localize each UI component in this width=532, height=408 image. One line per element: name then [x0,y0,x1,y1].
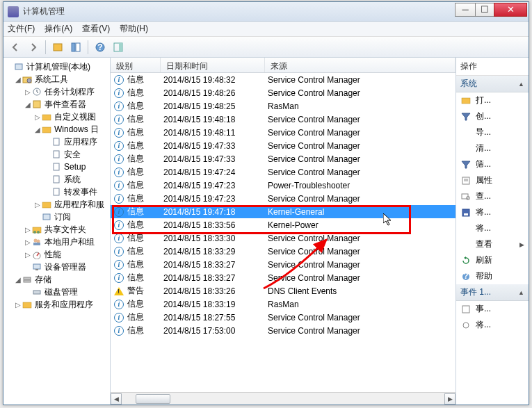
event-row[interactable]: i信息2014/8/15 19:48:11Service Control Man… [111,126,456,139]
cell-datetime: 2014/8/15 18:27:55 [163,313,268,323]
folder-open-icon [460,96,471,106]
tree-shared[interactable]: ▷共享文件夹 [5,223,108,236]
col-source[interactable]: 来源 [265,58,456,72]
tree-windowslog[interactable]: ◢Windows 日 [5,123,108,136]
tree-systools[interactable]: ◢系统工具 [5,73,108,85]
svg-rect-41 [464,213,468,215]
cell-source: Power-Troubleshooter [268,181,456,190]
event-row[interactable]: i信息2014/8/15 19:47:18Kernel-General [111,205,456,218]
tree-setup[interactable]: Setup [5,161,108,173]
maximize-button[interactable]: ☐ [475,3,494,17]
scroll-left-button[interactable]: ◀ [111,393,122,405]
menu-file[interactable]: 文件(F) [8,23,35,35]
tree-appserv[interactable]: ▷应用程序和服 [5,198,108,211]
event-row[interactable]: i信息2014/8/15 19:47:33Service Control Man… [111,139,456,152]
scroll-thumb[interactable] [136,394,170,404]
help-button[interactable]: ? [92,40,108,55]
properties-button[interactable] [50,40,65,55]
svg-rect-20 [43,214,50,220]
tree-devmgr[interactable]: 设备管理器 [5,261,108,273]
tree-scheduler[interactable]: ▷任务计划程序 [5,85,108,98]
action-refresh[interactable]: 刷新 [456,252,529,268]
minimize-button[interactable]: ─ [455,3,476,17]
actions-section-system[interactable]: 系统▲ [456,76,529,92]
event-row[interactable]: i信息2014/8/15 18:33:19RasMan [111,297,456,311]
action-properties[interactable]: 属性 [456,172,529,188]
event-row[interactable]: i信息2014/8/15 19:48:26Service Control Man… [111,86,456,99]
cell-source: Service Control Manager [268,168,456,177]
svg-rect-6 [119,43,122,51]
event-row[interactable]: i信息2014/8/15 19:48:25RasMan [111,99,456,113]
action-create[interactable]: 创... [456,108,529,124]
filter-icon [460,160,471,170]
action-event-props[interactable]: 事... [456,301,529,317]
tree-perf[interactable]: ▷性能 [5,248,108,261]
event-row[interactable]: i信息2014/8/15 19:47:23Service Control Man… [111,192,456,205]
event-row[interactable]: i信息2014/8/15 18:33:27Service Control Man… [111,258,456,271]
info-icon: i [113,206,124,218]
back-button[interactable] [8,40,23,55]
svg-point-25 [37,240,40,243]
menu-help[interactable]: 帮助(H) [120,23,148,35]
cell-source: Service Control Manager [268,194,456,204]
tree-security[interactable]: 安全 [5,148,108,161]
event-row[interactable]: i信息2014/8/15 18:33:30Service Control Man… [111,231,456,245]
action-import[interactable]: 导... [456,124,529,140]
properties-icon [460,304,471,314]
forward-button[interactable] [26,40,41,55]
nav-tree[interactable]: 计算机管理(本地) ◢系统工具 ▷任务计划程序 ◢事件查看器 ▷自定义视图 ◢W… [3,58,111,405]
horizontal-scrollbar[interactable]: ◀ ▶ [111,392,456,405]
col-datetime[interactable]: 日期和时间 [161,58,265,72]
menu-action[interactable]: 操作(A) [45,23,72,35]
event-row[interactable]: i信息2014/8/15 18:33:56Kernel-Power [111,218,456,231]
list-header[interactable]: 级别 日期和时间 来源 [111,58,456,73]
cell-datetime: 2014/8/15 18:33:56 [163,220,268,230]
event-row[interactable]: i信息2014/8/15 18:27:55Service Control Man… [111,311,456,324]
tree-subscribe[interactable]: 订阅 [5,211,108,223]
cell-datetime: 2014/8/15 19:48:18 [163,115,268,124]
event-row[interactable]: i信息2014/8/15 17:53:00Service Control Man… [111,324,456,337]
scroll-right-button[interactable]: ▶ [444,393,456,405]
menu-view[interactable]: 查看(V) [82,23,110,35]
action-filter[interactable]: 筛... [456,156,529,172]
action-event-attach[interactable]: 将... [456,317,529,333]
event-row[interactable]: i信息2014/8/15 18:33:29Service Control Man… [111,245,456,258]
tree-eventviewer[interactable]: ◢事件查看器 [5,98,108,111]
action-saveas[interactable]: 将... [456,204,529,220]
event-row[interactable]: i信息2014/8/15 19:47:24Service Control Man… [111,165,456,179]
close-button[interactable]: ✕ [494,3,527,17]
event-row[interactable]: i信息2014/8/15 19:47:23Power-Troubleshoote… [111,179,456,192]
actions-section-event[interactable]: 事件 1...▲ [456,284,529,301]
warning-icon [113,286,124,297]
attach-icon [460,320,471,330]
info-icon: i [113,114,124,125]
titlebar[interactable]: 计算机管理 ─ ☐ ✕ [3,2,529,22]
tree-services[interactable]: ▷服务和应用程序 [5,298,108,311]
tree-appprog[interactable]: 应用程序 [5,136,108,148]
cell-datetime: 2014/8/15 19:47:23 [163,181,268,190]
action-attach[interactable]: 将... [456,220,529,236]
event-row[interactable]: i信息2014/8/15 19:48:32Service Control Man… [111,73,456,86]
action-clear[interactable]: 清... [456,140,529,156]
show-hide-button[interactable] [68,40,83,55]
col-level[interactable]: 级别 [111,58,161,72]
event-row[interactable]: i信息2014/8/15 19:47:33Service Control Man… [111,152,456,165]
event-list[interactable]: i信息2014/8/15 19:48:32Service Control Man… [111,73,456,392]
action-find[interactable]: 查... [456,188,529,204]
tree-system[interactable]: 系统 [5,173,108,186]
action-pane-button[interactable] [111,40,126,55]
cell-source: Kernel-General [268,207,456,217]
tree-customview[interactable]: ▷自定义视图 [5,111,108,123]
event-row[interactable]: i信息2014/8/15 19:48:18Service Control Man… [111,113,456,126]
event-row[interactable]: 警告2014/8/15 18:33:26DNS Client Events [111,284,456,297]
tree-storage[interactable]: ◢存储 [5,273,108,286]
tree-diskmgr[interactable]: 磁盘管理 [5,286,108,298]
action-open[interactable]: 打... [456,92,529,108]
action-view[interactable]: 查看▶ [456,236,529,252]
action-help[interactable]: ?帮助 [456,268,529,284]
event-row[interactable]: i信息2014/8/15 18:33:27Service Control Man… [111,271,456,284]
properties-icon [460,176,471,186]
tree-root[interactable]: 计算机管理(本地) [5,60,108,73]
tree-forwarded[interactable]: 转发事件 [5,186,108,198]
tree-localusers[interactable]: ▷本地用户和组 [5,236,108,248]
